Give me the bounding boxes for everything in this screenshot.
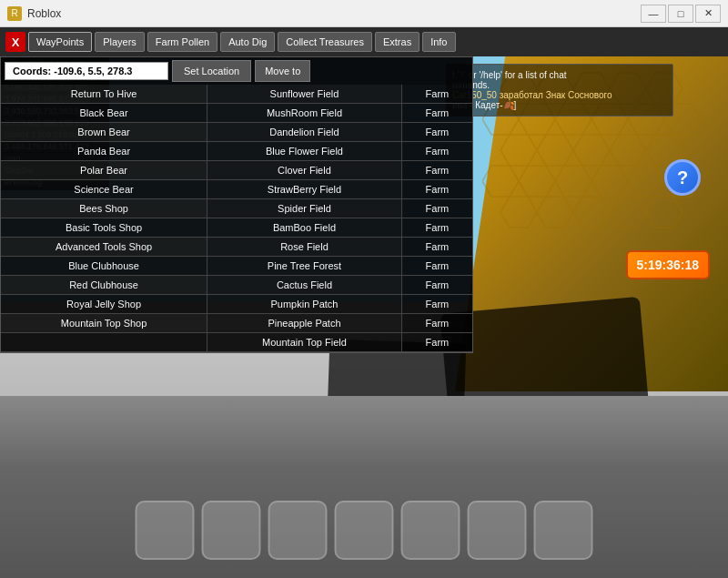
window-title: Roblox [27,7,641,20]
title-bar: R Roblox — □ ✕ [0,0,728,27]
waypoint-name[interactable]: Panda Bear [1,142,207,161]
table-row[interactable]: Red ClubhouseCactus FieldFarm [1,276,472,295]
waypoint-field[interactable]: Cactus Field [207,276,402,295]
waypoint-field[interactable]: Mountain Top Field [207,333,402,352]
waypoint-farm[interactable]: Farm [401,276,472,295]
table-row[interactable]: Black BearMushRoom FieldFarm [1,104,472,123]
farm-pollen-button[interactable]: Farm Pollen [147,32,217,52]
waypoint-field[interactable]: Sunflower Field [207,85,402,104]
table-row[interactable]: Return To HiveSunflower FieldFarm [1,85,472,104]
players-button[interactable]: Players [95,32,145,52]
table-row[interactable]: Brown BearDandelion FieldFarm [1,123,472,142]
table-row[interactable]: Mountain Top ShopPineapple PatchFarm [1,314,472,333]
waypoint-field[interactable]: Clover Field [207,161,402,180]
waypoint-field[interactable]: Pineapple Patch [207,314,402,333]
slot-2[interactable] [202,501,261,560]
waypoint-name[interactable]: Advanced Tools Shop [1,238,207,257]
waypoint-field[interactable]: StrawBerry Field [207,180,402,199]
waypoint-name[interactable]: Royal Jelly Shop [1,295,207,314]
waypoint-farm[interactable]: Farm [401,295,472,314]
table-row[interactable]: Mountain Top FieldFarm [1,333,472,352]
waypoint-field[interactable]: Rose Field [207,238,402,257]
waypoint-farm[interactable]: Farm [401,85,472,104]
coords-row: Coords: -109.6, 5.5, 278.3 Set Location … [1,57,472,85]
bottom-slots [136,501,593,560]
waypoint-name[interactable] [1,333,207,352]
waypoint-name[interactable]: Red Clubhouse [1,276,207,295]
extras-button[interactable]: Extras [375,32,420,52]
waypoint-name[interactable]: Brown Bear [1,123,207,142]
collect-treasures-button[interactable]: Collect Treasures [278,32,372,52]
close-button[interactable]: ✕ [695,5,721,23]
waypoint-farm[interactable]: Farm [401,161,472,180]
table-row[interactable]: Polar BearClover FieldFarm [1,161,472,180]
waypoint-name[interactable]: Science Bear [1,180,207,199]
slot-7[interactable] [534,501,593,560]
waypoint-farm[interactable]: Farm [401,333,472,352]
waypoint-farm[interactable]: Farm [401,104,472,123]
waypoint-farm[interactable]: Farm [401,314,472,333]
app-icon: R [7,6,22,21]
main-panel: X WayPoints Players Farm Pollen Auto Dig… [0,27,728,353]
slot-1[interactable] [136,501,195,560]
waypoints-table: Return To HiveSunflower FieldFarmBlack B… [1,85,472,352]
waypoint-farm[interactable]: Farm [401,238,472,257]
table-row[interactable]: Royal Jelly ShopPumpkin PatchFarm [1,295,472,314]
waypoint-name[interactable]: Bees Shop [1,199,207,218]
auto-dig-button[interactable]: Auto Dig [220,32,275,52]
table-row[interactable]: Bees ShopSpider FieldFarm [1,199,472,218]
waypoint-farm[interactable]: Farm [401,180,472,199]
toolbar: X WayPoints Players Farm Pollen Auto Dig… [0,27,728,56]
slot-6[interactable] [468,501,527,560]
waypoint-farm[interactable]: Farm [401,123,472,142]
waypoint-field[interactable]: Blue Flower Field [207,142,402,161]
waypoint-field[interactable]: Dandelion Field [207,123,402,142]
waypoint-name[interactable]: Polar Bear [1,161,207,180]
info-button[interactable]: Info [422,32,455,52]
waypoint-name[interactable]: Mountain Top Shop [1,314,207,333]
table-row[interactable]: Science BearStrawBerry FieldFarm [1,180,472,199]
table-row[interactable]: Blue ClubhousePine Tree ForestFarm [1,257,472,276]
table-row[interactable]: Basic Tools ShopBamBoo FieldFarm [1,218,472,238]
table-row[interactable]: Panda BearBlue Flower FieldFarm [1,142,472,161]
slot-5[interactable] [401,501,460,560]
waypoint-farm[interactable]: Farm [401,257,472,276]
waypoint-farm[interactable]: Farm [401,142,472,161]
waypoint-field[interactable]: BamBoo Field [207,218,402,238]
waypoint-field[interactable]: Pumpkin Patch [207,295,402,314]
move-to-button[interactable]: Move to [255,60,310,82]
set-location-button[interactable]: Set Location [172,60,251,82]
waypoint-field[interactable]: Pine Tree Forest [207,257,402,276]
close-x-button[interactable]: X [5,32,25,52]
waypoint-field[interactable]: Spider Field [207,199,402,218]
table-row[interactable]: Advanced Tools ShopRose FieldFarm [1,238,472,257]
coords-display: Coords: -109.6, 5.5, 278.3 [5,62,168,80]
waypoints-button[interactable]: WayPoints [28,32,92,52]
waypoint-field[interactable]: MushRoom Field [207,104,402,123]
slot-4[interactable] [335,501,394,560]
waypoint-farm[interactable]: Farm [401,199,472,218]
maximize-button[interactable]: □ [668,5,693,23]
waypoint-name[interactable]: Basic Tools Shop [1,218,207,238]
waypoint-name[interactable]: Return To Hive [1,85,207,104]
waypoint-name[interactable]: Blue Clubhouse [1,257,207,276]
waypoint-farm[interactable]: Farm [401,218,472,238]
waypoints-panel: Coords: -109.6, 5.5, 278.3 Set Location … [0,56,473,353]
waypoint-name[interactable]: Black Bear [1,104,207,123]
slot-3[interactable] [268,501,328,560]
minimize-button[interactable]: — [641,5,666,23]
window-controls: — □ ✕ [641,5,721,23]
